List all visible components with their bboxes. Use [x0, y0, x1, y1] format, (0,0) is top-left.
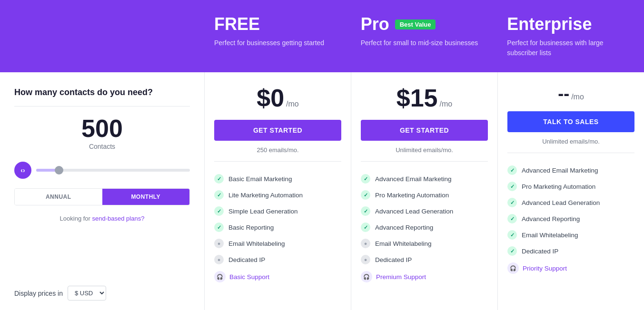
- header-strip: FREE Perfect for businesses getting star…: [0, 0, 644, 72]
- check-icon-gray: ●: [361, 255, 370, 264]
- free-feature-4: ● Email Whitelabeling: [214, 239, 341, 248]
- contacts-question: How many contacts do you need?: [14, 87, 190, 107]
- enterprise-plan-desc: Perfect for businesses with large subscr…: [507, 38, 634, 58]
- enterprise-price-row: -- /mo: [507, 84, 634, 104]
- pro-price-main: $15: [396, 84, 438, 112]
- enterprise-features-list: ✓ Advanced Email Marketing ✓ Pro Marketi…: [507, 165, 634, 256]
- free-support-row: 🎧 Basic Support: [214, 271, 341, 282]
- check-icon-green: ✓: [507, 198, 517, 207]
- currency-row: Display prices in $ USD € EUR £ GBP: [14, 281, 190, 300]
- check-icon-green: ✓: [214, 223, 224, 232]
- pro-feature-0: ✓ Advanced Email Marketing: [361, 174, 488, 184]
- enterprise-cta-btn[interactable]: TALK TO SALES: [507, 111, 634, 132]
- check-icon-green: ✓: [361, 206, 370, 216]
- check-icon-green: ✓: [507, 230, 517, 240]
- check-icon-green: ✓: [361, 223, 370, 232]
- check-icon-green: ✓: [507, 165, 517, 175]
- slider-container: ‹›: [14, 162, 190, 179]
- arrow-icon: ‹›: [20, 166, 25, 174]
- pro-feature-2: ✓ Advanced Lead Generation: [361, 206, 488, 216]
- check-icon-green: ✓: [214, 174, 224, 184]
- enterprise-feature-2: ✓ Advanced Lead Generation: [507, 198, 634, 207]
- free-price-row: $0 /mo: [214, 84, 341, 112]
- check-icon-gray: ●: [214, 239, 224, 248]
- pro-plan-desc: Perfect for small to mid-size businesses: [361, 38, 488, 48]
- pro-feature-3: ✓ Advanced Reporting: [361, 223, 488, 232]
- monthly-toggle-btn[interactable]: MONTHLY: [102, 189, 190, 205]
- headset-icon: 🎧: [214, 271, 226, 282]
- headset-icon: 🎧: [361, 271, 372, 282]
- check-icon-gray: ●: [214, 255, 224, 264]
- pro-support-row: 🎧 Premium Support: [361, 271, 488, 282]
- free-plan-name: FREE: [214, 14, 342, 34]
- enterprise-emails: Unlimited emails/mo.: [507, 138, 634, 153]
- pro-cta-btn[interactable]: GET STARTED: [361, 120, 488, 141]
- enterprise-feature-3: ✓ Advanced Reporting: [507, 214, 634, 223]
- free-plan-desc: Perfect for businesses getting started: [214, 38, 342, 48]
- free-price-main: $0: [257, 84, 284, 112]
- currency-select[interactable]: $ USD € EUR £ GBP: [68, 286, 106, 300]
- check-icon-green: ✓: [507, 182, 517, 191]
- pro-price-row: $15 /mo: [361, 84, 488, 112]
- enterprise-plan-col: -- /mo TALK TO SALES Unlimited emails/mo…: [498, 72, 644, 310]
- check-icon-green: ✓: [507, 246, 517, 256]
- enterprise-price-per: /mo: [571, 93, 584, 101]
- free-feature-5: ● Dedicated IP: [214, 255, 341, 264]
- free-features-list: ✓ Basic Email Marketing ✓ Lite Marketing…: [214, 174, 341, 264]
- free-feature-0: ✓ Basic Email Marketing: [214, 174, 341, 184]
- pro-support-text: Premium Support: [376, 273, 426, 281]
- slider-thumb: [55, 166, 63, 174]
- billing-toggle: ANNUAL MONTHLY: [14, 188, 190, 205]
- enterprise-feature-0: ✓ Advanced Email Marketing: [507, 165, 634, 175]
- annual-toggle-btn[interactable]: ANNUAL: [15, 189, 102, 205]
- enterprise-feature-5: ✓ Dedicated IP: [507, 246, 634, 256]
- enterprise-support-text: Priority Support: [523, 265, 567, 272]
- pro-feature-4: ● Email Whitelabeling: [361, 239, 488, 248]
- pro-plan-name: Pro Best Value: [361, 14, 488, 34]
- check-icon-green: ✓: [214, 206, 224, 216]
- pro-emails: Unlimited emails/mo.: [361, 146, 488, 162]
- check-icon-green: ✓: [361, 174, 370, 184]
- left-panel: How many contacts do you need? 500 Conta…: [0, 72, 205, 310]
- pro-feature-5: ● Dedicated IP: [361, 255, 488, 264]
- enterprise-support-row: 🎧 Priority Support: [507, 262, 634, 274]
- check-icon-gray: ●: [361, 239, 370, 248]
- slider-track[interactable]: [36, 169, 190, 172]
- free-cta-btn[interactable]: GET STARTED: [214, 120, 341, 141]
- header-col-left: [0, 10, 205, 63]
- contacts-label: Contacts: [14, 143, 190, 150]
- page-wrapper: FREE Perfect for businesses getting star…: [0, 0, 644, 310]
- enterprise-feature-4: ✓ Email Whitelabeling: [507, 230, 634, 240]
- header-col-free: FREE Perfect for businesses getting star…: [205, 10, 351, 63]
- free-feature-3: ✓ Basic Reporting: [214, 223, 341, 232]
- check-icon-green: ✓: [361, 190, 370, 200]
- enterprise-feature-1: ✓ Pro Marketing Automation: [507, 182, 634, 191]
- free-plan-col: $0 /mo GET STARTED 250 emails/mo. ✓ Basi…: [205, 72, 351, 310]
- free-price-per: /mo: [286, 100, 299, 108]
- contacts-value: 500: [14, 116, 190, 141]
- free-emails: 250 emails/mo.: [214, 146, 341, 162]
- enterprise-plan-name: Enterprise: [507, 14, 634, 34]
- pro-plan-col: $15 /mo GET STARTED Unlimited emails/mo.…: [351, 72, 498, 310]
- slider-arrow[interactable]: ‹›: [14, 162, 31, 179]
- pro-price-per: /mo: [440, 100, 453, 108]
- main-area: How many contacts do you need? 500 Conta…: [0, 72, 644, 310]
- pro-feature-1: ✓ Pro Marketing Automation: [361, 190, 488, 200]
- headset-icon: 🎧: [507, 262, 519, 274]
- best-value-badge: Best Value: [395, 19, 436, 29]
- check-icon-green: ✓: [214, 190, 224, 200]
- check-icon-green: ✓: [507, 214, 517, 223]
- free-support-text: Basic Support: [229, 273, 269, 281]
- pro-features-list: ✓ Advanced Email Marketing ✓ Pro Marketi…: [361, 174, 488, 264]
- send-plans-text: Looking for send-based plans?: [14, 215, 190, 222]
- currency-label: Display prices in: [14, 290, 63, 297]
- send-plans-link[interactable]: send-based plans?: [92, 215, 145, 222]
- contacts-number-block: 500 Contacts: [14, 116, 190, 150]
- header-col-enterprise: Enterprise Perfect for businesses with l…: [497, 10, 644, 63]
- free-feature-2: ✓ Simple Lead Generation: [214, 206, 341, 216]
- header-col-pro: Pro Best Value Perfect for small to mid-…: [351, 10, 498, 63]
- free-feature-1: ✓ Lite Marketing Automation: [214, 190, 341, 200]
- enterprise-price-dash: --: [558, 84, 569, 104]
